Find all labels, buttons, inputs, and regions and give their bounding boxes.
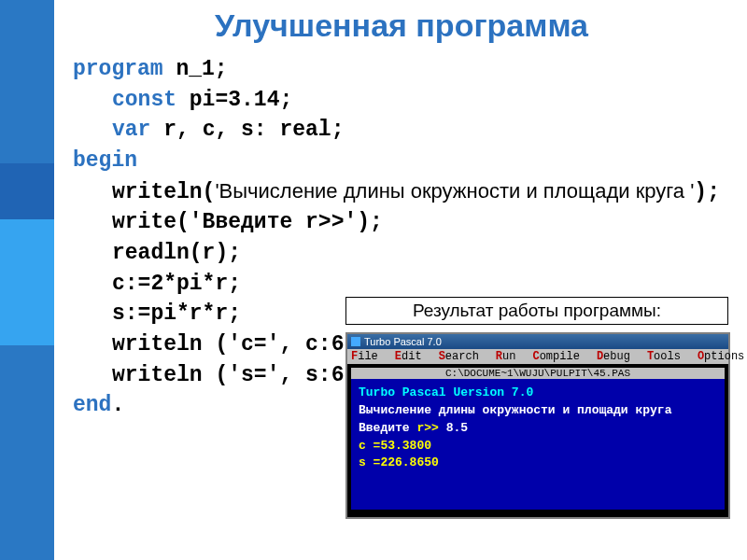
app-icon bbox=[351, 337, 360, 346]
output-prompt1: Вычисление длины окружности и площади кр… bbox=[359, 402, 717, 420]
keyword-end: end bbox=[73, 393, 111, 417]
keyword-const: const bbox=[112, 88, 176, 112]
window-titlebar: Turbo Pascal 7.0 bbox=[347, 334, 728, 349]
output-c: c =53.3800 bbox=[359, 438, 717, 455]
output-input-line: Введите r>> 8.5 bbox=[359, 420, 717, 438]
output-version: Turbo Pascal Uersion 7.0 bbox=[359, 385, 717, 402]
menu-edit: Edit bbox=[395, 350, 422, 363]
menu-options: Options bbox=[698, 350, 744, 363]
menu-bar: File Edit Search Run Compile Debug Tools… bbox=[347, 349, 728, 364]
menu-tools: Tools bbox=[647, 350, 681, 363]
slide-title: Улучшенная программа bbox=[84, 7, 719, 44]
keyword-begin: begin bbox=[73, 148, 137, 173]
menu-debug: Debug bbox=[597, 350, 630, 363]
file-path-bar: C:\DOCUME~1\WUJU\PULPIT\45.PAS bbox=[351, 368, 725, 379]
menu-run: Run bbox=[496, 350, 516, 363]
menu-compile: Compile bbox=[532, 350, 579, 363]
output-s: s =226.8650 bbox=[359, 455, 717, 472]
turbo-pascal-window: Turbo Pascal 7.0 File Edit Search Run Co… bbox=[345, 332, 730, 519]
terminal-output: Turbo Pascal Uersion 7.0 Вычисление длин… bbox=[351, 379, 725, 510]
menu-file: File bbox=[351, 350, 378, 363]
menu-search: Search bbox=[439, 350, 479, 363]
result-caption: Результат работы программы: bbox=[345, 297, 728, 325]
keyword-var: var bbox=[112, 118, 150, 142]
keyword-program: program bbox=[73, 57, 163, 81]
slide-left-accent bbox=[0, 0, 54, 560]
